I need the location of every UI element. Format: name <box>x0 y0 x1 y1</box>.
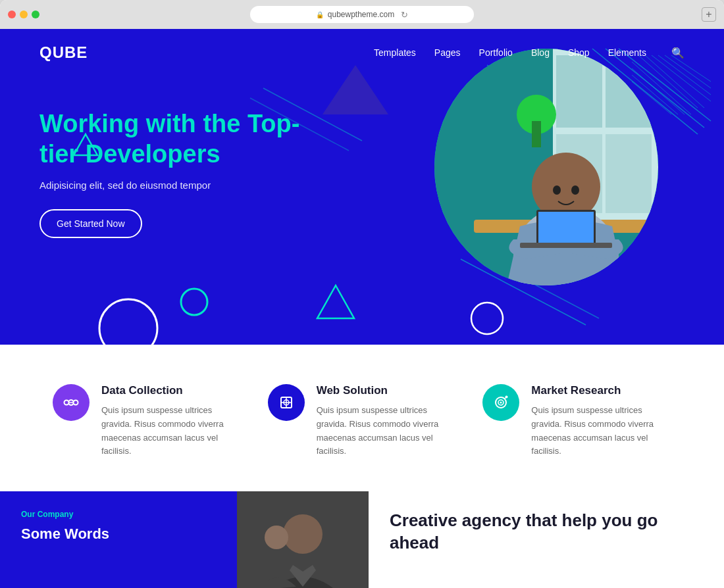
website-content: QUBE Templates Pages Portfolio Blog Shop… <box>0 29 724 588</box>
nav-link-pages[interactable]: Pages <box>434 47 461 58</box>
hero-subtitle: Adipisicing elit, sed do eiusmod tempor <box>39 180 323 191</box>
svg-point-50 <box>505 396 508 399</box>
svg-rect-40 <box>538 212 594 243</box>
nav-link-shop[interactable]: Shop <box>568 47 590 58</box>
nav-links: Templates Pages Portfolio Blog Shop Elem… <box>374 47 685 59</box>
service-text-market-research: Market Research Quis ipsum suspesse ultr… <box>531 384 671 458</box>
service-item-market-research: Market Research Quis ipsum suspesse ultr… <box>482 384 671 458</box>
bottom-heading: Creative agency that help you go ahead <box>390 510 703 554</box>
data-collection-icon <box>53 384 90 421</box>
search-icon[interactable]: 🔍 <box>671 47 685 59</box>
navigation: QUBE Templates Pages Portfolio Blog Shop… <box>39 29 685 76</box>
hero-title: Working with the Top-tier Developers <box>39 109 323 169</box>
nav-link-templates[interactable]: Templates <box>374 47 416 58</box>
svg-point-23 <box>181 289 207 315</box>
bottom-company-tag: Our Company <box>21 510 216 519</box>
market-research-desc: Quis ipsum suspesse ultrices gravida. Ri… <box>531 404 671 458</box>
service-item-data-collection: Data Collection Quis ipsum suspesse ultr… <box>53 384 242 458</box>
minimize-button[interactable] <box>20 11 28 18</box>
site-logo[interactable]: QUBE <box>39 43 88 62</box>
web-solution-title: Web Solution <box>317 384 457 397</box>
hero-image-circle <box>434 49 658 285</box>
service-text-web-solution: Web Solution Quis ipsum suspesse ultrice… <box>317 384 457 458</box>
bottom-section: Our Company Some Words Creative agency t… <box>0 491 724 588</box>
url-text: qubewptheme.com <box>328 10 394 19</box>
svg-point-38 <box>571 185 579 195</box>
browser-window: 🔒 qubewptheme.com ↻ + <box>0 0 724 588</box>
svg-point-24 <box>99 299 157 345</box>
svg-point-53 <box>265 526 288 549</box>
svg-point-52 <box>283 514 323 554</box>
new-tab-button[interactable]: + <box>702 7 716 22</box>
bottom-some-words: Some Words <box>21 526 216 543</box>
svg-rect-41 <box>520 243 612 248</box>
services-section: Data Collection Quis ipsum suspesse ultr… <box>0 345 724 491</box>
service-text-data-collection: Data Collection Quis ipsum suspesse ultr… <box>101 384 242 458</box>
svg-point-22 <box>471 303 503 334</box>
get-started-button[interactable]: Get Started Now <box>39 209 142 238</box>
svg-point-43 <box>74 401 78 405</box>
nav-link-elements[interactable]: Elements <box>608 47 646 58</box>
bottom-left-panel: Our Company Some Words <box>0 491 237 588</box>
service-item-web-solution: Web Solution Quis ipsum suspesse ultrice… <box>268 384 457 458</box>
svg-rect-33 <box>532 121 541 147</box>
traffic-lights <box>8 11 39 18</box>
web-solution-icon <box>268 384 305 421</box>
lock-icon: 🔒 <box>316 11 324 18</box>
market-research-title: Market Research <box>531 384 671 397</box>
svg-point-42 <box>65 401 69 405</box>
nav-link-blog[interactable]: Blog <box>531 47 550 58</box>
refresh-icon[interactable]: ↻ <box>401 10 408 20</box>
data-collection-title: Data Collection <box>101 384 242 397</box>
maximize-button[interactable] <box>32 11 39 18</box>
web-solution-desc: Quis ipsum suspesse ultrices gravida. Ri… <box>317 404 457 458</box>
data-collection-desc: Quis ipsum suspesse ultrices gravida. Ri… <box>101 404 242 458</box>
hero-image <box>434 49 658 285</box>
bottom-text-area: Creative agency that help you go ahead <box>369 491 724 588</box>
close-button[interactable] <box>8 11 16 18</box>
nav-link-portfolio[interactable]: Portfolio <box>479 47 513 58</box>
svg-marker-25 <box>317 285 354 318</box>
hero-content: Working with the Top-tier Developers Adi… <box>39 76 323 238</box>
hero-section: QUBE Templates Pages Portfolio Blog Shop… <box>0 29 724 345</box>
svg-rect-31 <box>606 134 652 213</box>
market-research-icon <box>482 384 519 421</box>
address-bar[interactable]: 🔒 qubewptheme.com ↻ <box>250 6 474 23</box>
browser-chrome: 🔒 qubewptheme.com ↻ + <box>0 0 724 29</box>
svg-point-37 <box>553 185 561 195</box>
bottom-image-panel <box>237 491 369 588</box>
svg-point-49 <box>500 402 502 404</box>
